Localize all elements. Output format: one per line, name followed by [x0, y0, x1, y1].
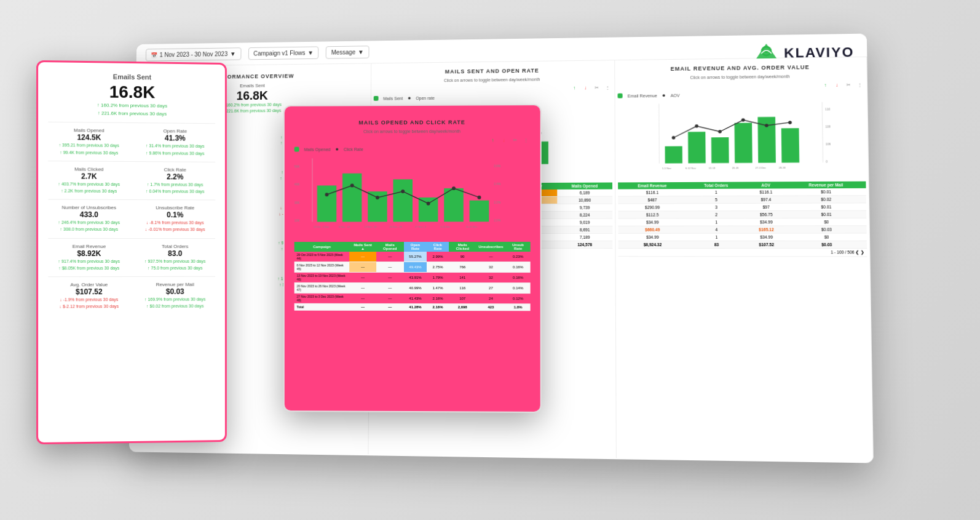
rev-col: Email Revenue	[618, 182, 687, 190]
legend-click-rate-dot: ●	[335, 146, 338, 152]
row-open-rate: 41.43%	[404, 293, 427, 303]
orders-col: Total Orders	[687, 182, 746, 190]
next-page-btn[interactable]: ❯	[861, 250, 864, 254]
card-mails-clicked-c1: ↑ 403.7% from previous 30 days	[48, 180, 130, 188]
card-unsub-label: Number of Unsubscribes	[48, 205, 130, 210]
aov-cell: $56.75	[746, 210, 786, 218]
legend-email-revenue-dot	[618, 94, 623, 98]
aov-cell: $97	[746, 203, 786, 210]
table-row: $8,924.32 83 $107.52 $0.03	[618, 241, 867, 248]
card-rpm-label: Revenue per Mail	[135, 282, 215, 287]
down-arrow-btn[interactable]: ↓	[581, 83, 590, 92]
row-sent: —	[350, 272, 376, 282]
mid-up-btn[interactable]: ↑	[488, 136, 497, 145]
mid-more-btn[interactable]: ⋮	[522, 135, 531, 144]
svg-point-35	[788, 121, 792, 124]
row-open-rate: 40.99%	[404, 282, 427, 293]
mid-scissors-btn[interactable]: ✂	[510, 135, 519, 144]
open-rate-col: Open Rate	[404, 242, 427, 252]
aov-cell: $34.99	[746, 233, 787, 241]
svg-text:28-30: 28-30	[779, 166, 786, 169]
rev-down-btn[interactable]: ↓	[832, 81, 842, 89]
total-opened: 124,578	[557, 241, 612, 248]
row-opened: —	[376, 282, 404, 293]
mails-opened-col-header[interactable]: Mails Opened	[557, 182, 612, 189]
row-unsub-rate: 0.14%	[505, 283, 530, 294]
aov-cell: $34.99	[746, 218, 786, 226]
card-metrics-grid-5: Avg. Order Value $107.52 ↓ -1.9% from pr…	[48, 282, 215, 310]
revenue-table: Email Revenue Total Orders AOV Revenue p…	[618, 182, 867, 257]
row-unsub: 32	[476, 262, 506, 273]
card-aov-value: $107.52	[48, 287, 130, 296]
aov-cell: $97.4	[746, 196, 786, 203]
total-rpm: $0.03	[787, 241, 867, 248]
more-btn[interactable]: ⋮	[603, 83, 612, 92]
card-email-rev-value: $8.92K	[48, 249, 130, 257]
rpm-cell: $0	[787, 233, 867, 241]
chart-legend: Mails Sent ● Open rate	[374, 93, 612, 102]
up-arrow-btn[interactable]: ↑	[570, 84, 579, 92]
mid-down-btn[interactable]: ↓	[499, 135, 508, 144]
card-divider-1	[48, 122, 215, 124]
rev-cell: $290.99	[618, 204, 687, 211]
row-campaign: 13 Nov 2023 to 19 Nov 2023 (Week 46)	[294, 272, 350, 282]
row-sent: —	[350, 282, 376, 293]
card-open-rate: Open Rate 41.3% ↑ 31.4% from previous 30…	[135, 128, 215, 156]
rpm-cell: $0.01	[786, 188, 866, 196]
pagination-info	[618, 249, 788, 257]
row-campaign: Total	[294, 303, 350, 310]
table-row: 20 Nov 2023 to 26 Nov 2023 (Week 47) — —…	[294, 282, 531, 293]
campaign-filter[interactable]: Campaign v1 Flows ▼	[248, 46, 318, 60]
svg-text:10K: 10K	[294, 220, 300, 223]
row-opened: —	[376, 262, 404, 272]
table-row: 29 Oct 2023 to 5 Nov 2023 (Week 44) — — …	[294, 252, 531, 262]
row-campaign: 20 Nov 2023 to 26 Nov 2023 (Week 47)	[294, 282, 350, 293]
table-row: Total — — 41.28% 2.16% 2,698 423 1.8%	[294, 303, 531, 311]
prev-page-btn[interactable]: ❮	[855, 250, 859, 254]
chart-controls: ↑ ↓ ✂ ⋮	[374, 83, 612, 94]
svg-rect-29	[781, 128, 799, 162]
svg-text:6 Nov - 12: 6 Nov - 12	[339, 225, 350, 228]
svg-rect-54	[393, 179, 412, 222]
rev-more-btn[interactable]: ⋮	[855, 80, 864, 89]
svg-point-60	[376, 196, 379, 199]
revenue-chart-legend: Email Revenue ● AOV	[618, 90, 865, 98]
svg-text:4-10 Dec: 4-10 Dec	[440, 225, 450, 228]
rev-cell: $112.5	[618, 211, 687, 218]
legend-open-rate-dot: ●	[408, 95, 411, 101]
table-row: $487 5 $97.4 $0.02	[618, 196, 866, 204]
svg-rect-57	[470, 201, 489, 222]
svg-text:40K: 40K	[294, 183, 300, 186]
card-unsub-c1: ↑ 246.4% from previous 30 days	[48, 219, 130, 226]
card-emails-sent-c2: ↑ 221.6K from previous 30 days	[48, 109, 215, 118]
card-email-rev-label: Email Revenue	[48, 243, 130, 249]
mid-chart-legend: Mails Opened ● Click Rate	[294, 145, 531, 152]
card-email-revenue: Email Revenue $8.92K ↑ 917.4% from previ…	[48, 243, 130, 271]
svg-rect-52	[342, 174, 362, 222]
card-unsub-value: 433.0	[48, 210, 130, 219]
scissors-btn[interactable]: ✂	[592, 83, 601, 92]
mails-sent-header: Mails Sent ▲	[350, 242, 376, 252]
mails-opened-card: MAILS OPENED AND CLICK RATE Click on arr…	[283, 104, 542, 413]
svg-text:1-5 Nov: 1-5 Nov	[662, 167, 672, 170]
row-unsub-rate: 0.12%	[505, 294, 530, 304]
svg-rect-26	[711, 137, 729, 163]
legend-aov: AOV	[671, 93, 680, 97]
legend-mails-sent: Mails Sent	[383, 96, 403, 100]
svg-text:0: 0	[826, 160, 828, 163]
card-divider-3	[48, 199, 215, 201]
opened-cell: 6,189	[557, 190, 612, 197]
row-opened: —	[376, 252, 404, 262]
card-divider-5	[48, 276, 215, 277]
revenue-bar-chart: 110 108 106 0 1-5 Nov 6-12 Nov 13-19 20-…	[618, 99, 866, 175]
card-unsub-rate-c1: ↓ -8.1% from previous 30 days	[135, 219, 215, 226]
svg-point-64	[478, 196, 481, 199]
message-filter[interactable]: Message ▼	[326, 46, 369, 58]
rev-scissors-btn[interactable]: ✂	[844, 80, 853, 89]
performance-card: Emails Sent 16.8K ↑ 160.2% from previous…	[36, 60, 227, 444]
table-row: $34.99 1 $34.99 $0	[618, 233, 866, 241]
rev-up-btn[interactable]: ↑	[821, 81, 830, 89]
date-filter[interactable]: 📅 1 Nov 2023 - 30 Nov 2023 ▼	[146, 47, 241, 61]
row-unsub: 24	[476, 294, 506, 304]
svg-point-32	[718, 130, 722, 134]
